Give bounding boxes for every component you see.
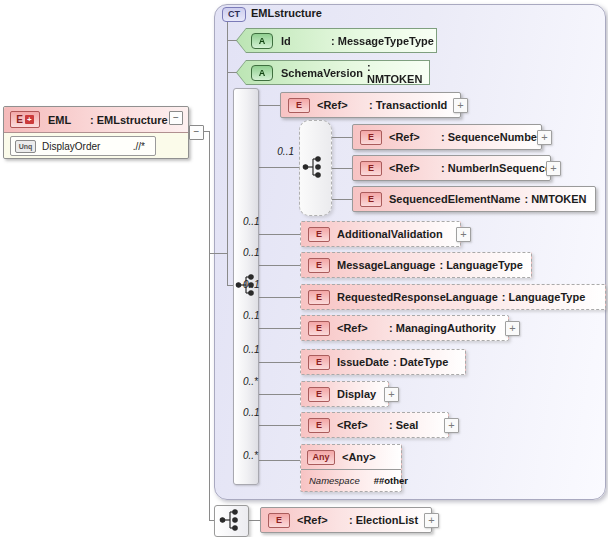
occurrence-label: 0..1 <box>268 146 294 157</box>
occurrence-label: 0..* <box>243 450 258 461</box>
element-type: : TransactionId <box>369 99 447 111</box>
element-managing-authority[interactable]: E <Ref> : ManagingAuthority <box>300 315 509 341</box>
element-badge: E <box>360 161 382 176</box>
element-badge: E <box>360 192 382 207</box>
namespace-value: ##other <box>374 475 408 486</box>
element-badge: E <box>288 98 310 113</box>
element-type: : ElectionList <box>349 514 418 526</box>
element-badge: E <box>308 321 330 336</box>
occurrence-label: 0..* <box>243 376 258 387</box>
unique-selector: .//* <box>133 141 145 152</box>
element-badge: E <box>308 258 330 273</box>
expand-button[interactable]: + <box>453 98 468 113</box>
connector-line <box>257 265 300 266</box>
namespace-label: Namespace <box>309 475 360 486</box>
connector-line <box>257 297 300 298</box>
occurrence-label: 0..1 <box>243 216 260 227</box>
element-name: IssueDate <box>337 356 389 368</box>
element-type: : LanguageType <box>439 259 523 271</box>
occurrence-label: 0..1 <box>243 247 260 258</box>
connector-line <box>257 425 300 426</box>
element-additional-validation[interactable]: E AdditionalValidation <box>300 221 461 247</box>
element-type: : Seal <box>389 419 418 431</box>
connector-trunk-line <box>209 131 210 521</box>
attribute-schemaversion[interactable]: A SchemaVersion : NMTOKEN <box>236 60 430 85</box>
element-ref-label: <Ref> <box>317 99 369 111</box>
element-display[interactable]: E Display <box>300 381 389 407</box>
connector-line <box>330 137 352 138</box>
attribute-type: : MessageTypeType <box>331 35 434 47</box>
sequence-icon <box>219 507 241 533</box>
expand-button[interactable]: + <box>505 321 520 336</box>
element-election-list[interactable]: E <Ref> : ElectionList <box>260 507 432 533</box>
expand-toggle-button[interactable]: − <box>189 125 204 140</box>
attribute-badge: A <box>251 33 273 49</box>
element-badge: E <box>308 355 330 370</box>
element-transaction-id[interactable]: E <Ref> : TransactionId <box>280 92 461 118</box>
plus-icon: + <box>25 115 34 124</box>
element-ref-label: <Ref> <box>337 419 389 431</box>
element-name: Display <box>337 388 376 400</box>
element-badge: E <box>308 227 330 242</box>
occurrence-label: 0..1 <box>243 407 260 418</box>
connector-line <box>227 22 228 286</box>
attribute-type: : NMTOKEN <box>367 61 429 85</box>
element-name: RequestedResponseLanguage <box>337 291 498 303</box>
element-badge: E <box>360 130 382 145</box>
element-type: : ManagingAuthority <box>389 322 496 334</box>
constraints-section: Unq DisplayOrder .//* <box>4 133 188 158</box>
connector-line <box>257 362 300 363</box>
attribute-id[interactable]: A Id : MessageTypeType <box>236 28 437 53</box>
collapse-button[interactable]: − <box>169 111 183 125</box>
choice-icon <box>302 154 324 180</box>
connector-line <box>209 253 228 254</box>
element-sequence-number[interactable]: E <Ref> : SequenceNumber <box>352 124 542 150</box>
schema-diagram: CT EMLstructure E + EML : EMLstructure U… <box>0 0 608 537</box>
element-type: : EMLstructure <box>90 114 168 126</box>
element-requested-response-language[interactable]: E RequestedResponseLanguage : LanguageTy… <box>300 284 606 310</box>
element-message-language[interactable]: E MessageLanguage : LanguageType <box>300 252 532 278</box>
element-icon: E + <box>10 111 40 128</box>
unique-badge: Unq <box>15 140 36 153</box>
expand-button[interactable]: + <box>444 418 459 433</box>
element-number-in-sequence[interactable]: E <Ref> : NumberInSequence <box>352 155 551 181</box>
complextype-badge: CT <box>222 7 246 22</box>
root-element-header: E + EML : EMLstructure <box>4 107 188 133</box>
element-ref-label: <Ref> <box>389 131 441 143</box>
any-header: Any <Any> <box>301 445 401 469</box>
occurrence-label: 0..1 <box>243 310 260 321</box>
connector-line <box>227 72 237 73</box>
expand-button[interactable]: + <box>537 130 552 145</box>
connector-line <box>257 394 300 395</box>
attribute-name: Id <box>281 35 331 47</box>
expand-button[interactable]: + <box>424 513 439 528</box>
element-badge: E <box>268 513 290 528</box>
unique-constraint[interactable]: Unq DisplayOrder .//* <box>10 136 156 156</box>
element-name: SequencedElementName <box>389 193 520 205</box>
element-issue-date[interactable]: E IssueDate : DateType <box>300 349 466 375</box>
expand-button[interactable]: + <box>456 227 471 242</box>
unique-name: DisplayOrder <box>42 141 100 152</box>
attribute-badge: A <box>251 65 273 81</box>
connector-line <box>257 460 300 461</box>
connector-line <box>227 40 237 41</box>
connector-line <box>257 328 300 329</box>
connector-line <box>257 234 300 235</box>
element-badge: E <box>308 290 330 305</box>
element-name: AdditionalValidation <box>337 228 443 240</box>
element-badge: E <box>308 418 330 433</box>
expand-button[interactable]: + <box>546 161 561 176</box>
root-element-eml[interactable]: E + EML : EMLstructure Unq DisplayOrder … <box>3 106 189 159</box>
connector-line <box>257 167 300 168</box>
occurrence-label: 0..1 <box>243 344 260 355</box>
connector-line <box>330 168 352 169</box>
element-sequenced-element-name[interactable]: E SequencedElementName : NMTOKEN <box>352 186 596 212</box>
connector-line <box>257 105 280 106</box>
element-ref-label: <Ref> <box>389 162 441 174</box>
element-name: EML <box>48 114 90 126</box>
expand-button[interactable]: + <box>384 387 399 402</box>
element-any-wildcard[interactable]: Any <Any> Namespace ##other <box>300 444 402 492</box>
complextype-title: EMLstructure <box>251 7 322 19</box>
element-seal[interactable]: E <Ref> : Seal <box>300 412 449 438</box>
element-type: : NumberInSequence <box>441 162 551 174</box>
